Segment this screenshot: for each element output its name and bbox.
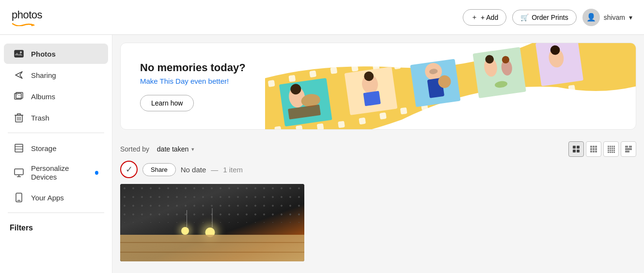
svg-rect-20 — [330, 67, 337, 74]
svg-rect-88 — [610, 148, 611, 149]
svg-rect-34 — [316, 123, 324, 129]
share-button[interactable]: Share — [142, 163, 176, 176]
trash-icon — [14, 112, 24, 123]
svg-rect-97 — [612, 152, 613, 153]
svg-rect-61 — [472, 47, 526, 98]
storage-icon — [14, 143, 24, 153]
view-options — [568, 141, 636, 157]
sidebar-label-sharing: Sharing — [31, 71, 56, 79]
svg-rect-18 — [288, 75, 296, 82]
svg-rect-9 — [15, 144, 23, 152]
main-layout: Photos Sharing Albums — [0, 35, 644, 273]
view-small-button[interactable] — [603, 141, 619, 157]
filters-heading: Filters — [0, 218, 112, 234]
svg-rect-72 — [573, 150, 576, 152]
photo-section: ✓ Share No date — 1 item — [112, 161, 644, 269]
learn-how-button[interactable]: Learn how — [140, 95, 194, 111]
svg-rect-26 — [456, 53, 464, 61]
svg-rect-84 — [610, 146, 611, 147]
amazon-arrow-icon — [12, 21, 35, 26]
sorted-by-label: Sorted by — [120, 145, 149, 153]
photo-grid — [120, 184, 636, 261]
svg-rect-44 — [526, 94, 534, 101]
timeline-icon — [625, 145, 632, 153]
film-strip-svg — [265, 43, 636, 129]
sidebar-label-your-apps: Your Apps — [31, 194, 64, 202]
view-medium-button[interactable] — [586, 141, 601, 157]
svg-rect-74 — [590, 146, 592, 148]
user-name: shivam — [604, 14, 625, 21]
svg-rect-19 — [309, 70, 316, 77]
svg-rect-83 — [608, 146, 609, 147]
svg-rect-71 — [577, 146, 580, 149]
svg-rect-41 — [463, 98, 470, 106]
svg-rect-46 — [568, 85, 575, 92]
banner-text: No memories today? Make This Day even be… — [121, 46, 265, 127]
svg-rect-29 — [519, 43, 526, 46]
svg-rect-79 — [595, 148, 597, 150]
svg-rect-76 — [595, 146, 597, 148]
svg-rect-36 — [359, 118, 366, 125]
grid-large-icon — [572, 145, 580, 153]
sidebar-label-storage: Storage — [31, 144, 57, 152]
cart-icon: 🛒 — [520, 14, 529, 21]
sidebar-item-trash[interactable]: Trash — [4, 107, 108, 128]
sort-chevron-icon: ▾ — [191, 146, 194, 152]
svg-rect-0 — [15, 50, 23, 57]
sidebar-item-sharing[interactable]: Sharing — [4, 65, 108, 85]
sort-bar: Sorted by date taken ▾ — [112, 137, 644, 161]
svg-rect-35 — [338, 121, 345, 128]
svg-rect-99 — [625, 146, 628, 148]
photos-icon — [14, 48, 24, 59]
svg-rect-96 — [610, 152, 611, 153]
select-all-checkbox[interactable]: ✓ — [120, 161, 138, 178]
svg-rect-78 — [593, 148, 595, 150]
content-area: No memories today? Make This Day even be… — [112, 35, 644, 273]
svg-rect-85 — [612, 146, 613, 147]
sidebar-item-your-apps[interactable]: Your Apps — [4, 187, 108, 208]
sharing-icon — [14, 70, 24, 80]
svg-rect-82 — [595, 151, 597, 152]
sidebar-item-storage[interactable]: Storage — [4, 138, 108, 158]
banner-subtitle: Make This Day even better! — [140, 77, 246, 85]
svg-rect-55 — [363, 91, 380, 106]
section-separator: — — [211, 166, 218, 174]
sort-by-control[interactable]: Sorted by date taken ▾ — [120, 145, 194, 153]
svg-rect-91 — [608, 150, 609, 151]
svg-rect-37 — [379, 112, 387, 120]
svg-rect-17 — [267, 80, 275, 87]
logo[interactable]: photos — [12, 9, 42, 26]
svg-rect-100 — [629, 146, 632, 148]
user-menu[interactable]: 👤 shivam ▾ — [582, 9, 632, 26]
sidebar-label-personalize: Personalize Devices — [31, 164, 88, 182]
section-count: 1 item — [223, 166, 243, 174]
personalize-dot — [95, 171, 98, 175]
view-large-button[interactable] — [568, 141, 584, 157]
sidebar-item-photos[interactable]: Photos — [4, 44, 108, 64]
svg-rect-23 — [393, 62, 401, 70]
sidebar-item-personalize[interactable]: Personalize Devices — [4, 159, 108, 186]
svg-rect-87 — [608, 148, 609, 149]
add-button[interactable]: ＋ + Add — [463, 9, 506, 26]
view-timeline-button[interactable] — [621, 141, 636, 157]
grid-small-icon — [607, 145, 615, 153]
sort-value: date taken — [157, 145, 188, 153]
svg-rect-45 — [547, 90, 554, 97]
sidebar-label-photos: Photos — [31, 50, 56, 58]
svg-rect-43 — [505, 97, 513, 104]
svg-rect-21 — [351, 64, 359, 72]
sidebar-item-albums[interactable]: Albums — [4, 86, 108, 106]
svg-rect-80 — [590, 151, 592, 152]
order-prints-button[interactable]: 🛒 Order Prints — [512, 10, 576, 25]
svg-rect-93 — [612, 150, 613, 151]
svg-point-2 — [20, 51, 22, 53]
svg-rect-90 — [613, 148, 615, 149]
svg-rect-77 — [590, 148, 592, 150]
memories-banner: No memories today? Make This Day even be… — [120, 43, 636, 130]
section-header: ✓ Share No date — 1 item — [120, 161, 636, 178]
svg-rect-70 — [573, 146, 576, 149]
svg-rect-73 — [577, 150, 580, 152]
photo-thumbnail[interactable] — [120, 184, 304, 261]
sidebar-divider-2 — [8, 212, 104, 213]
add-icon: ＋ — [471, 13, 478, 22]
